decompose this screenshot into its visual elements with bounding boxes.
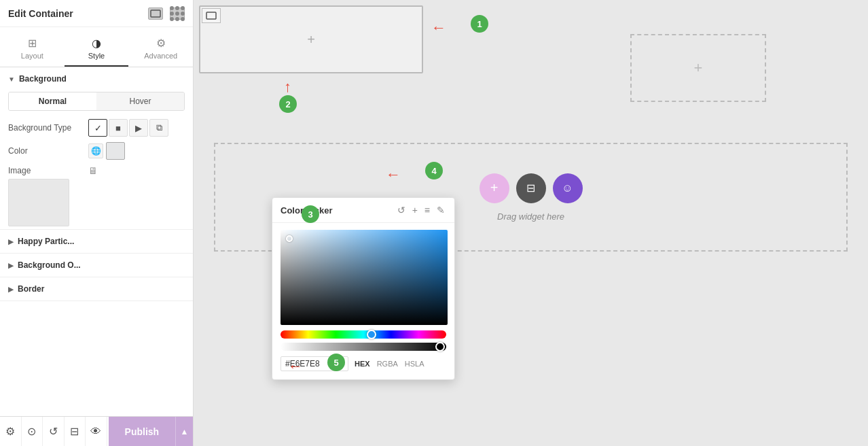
format-tabs: HEX RGBA HSLA bbox=[352, 358, 427, 369]
right-plus-area: + bbox=[630, 34, 766, 102]
hue-handle bbox=[367, 330, 376, 339]
top-container-area: + bbox=[199, 5, 423, 87]
sidebar-title: Edit Container bbox=[8, 8, 73, 19]
color-row: Color 🌐 bbox=[0, 139, 193, 162]
format-hex[interactable]: HEX bbox=[352, 358, 372, 369]
hue-slider-wrap bbox=[281, 330, 446, 339]
step-2-badge: 2 bbox=[279, 95, 297, 113]
bg-overlay-label: Background O... bbox=[18, 260, 81, 270]
background-section-header[interactable]: ▼ Background bbox=[0, 67, 193, 89]
happy-particles-label: Happy Partic... bbox=[18, 237, 74, 246]
step-5-badge: 5 bbox=[327, 354, 345, 371]
step-1-badge: 1 bbox=[471, 15, 488, 33]
publish-arrow-button[interactable]: ▲ bbox=[175, 417, 193, 447]
image-row: Image 🖥 bbox=[0, 162, 193, 229]
image-preview bbox=[8, 179, 69, 226]
type-btn-video[interactable]: ▶ bbox=[129, 119, 148, 137]
happy-particles-arrow: ▶ bbox=[8, 238, 14, 245]
widget-add-icon[interactable]: + bbox=[480, 173, 509, 203]
bg-overlay-arrow: ▶ bbox=[8, 262, 14, 269]
type-btn-color[interactable]: ■ bbox=[109, 119, 128, 137]
picker-eye-btn[interactable]: ✎ bbox=[435, 203, 446, 217]
color-input-group: 🌐 bbox=[88, 142, 125, 160]
sidebar: Edit Container ⊞ bbox=[0, 0, 194, 446]
picker-list-btn[interactable]: ≡ bbox=[423, 203, 431, 217]
svg-rect-1 bbox=[206, 12, 216, 19]
step-3-badge: 3 bbox=[302, 205, 319, 223]
section-arrow-icon: ▼ bbox=[8, 75, 15, 83]
background-overlay-section[interactable]: ▶ Background O... bbox=[0, 254, 193, 277]
color-gradient[interactable] bbox=[281, 230, 448, 325]
picker-add-btn[interactable]: + bbox=[411, 203, 419, 217]
container-edit-handle[interactable] bbox=[202, 8, 221, 23]
alpha-handle bbox=[435, 342, 445, 351]
type-btn-slide[interactable]: ⧉ bbox=[149, 119, 168, 137]
right-plus-icon[interactable]: + bbox=[694, 59, 703, 77]
arrow-1: ← bbox=[431, 19, 446, 37]
background-type-row: Background Type ✓ ■ ▶ ⧉ bbox=[0, 116, 193, 139]
tab-advanced-label: Advanced bbox=[144, 52, 177, 60]
format-hsla[interactable]: HSLA bbox=[403, 358, 427, 369]
alpha-slider-wrap bbox=[281, 343, 446, 351]
background-section: ▼ Background Normal Hover Background Typ… bbox=[0, 67, 193, 230]
svg-rect-0 bbox=[151, 10, 160, 17]
background-section-label: Background bbox=[19, 74, 67, 84]
format-rgba[interactable]: RGBA bbox=[375, 358, 400, 369]
arrow-2: ↑ bbox=[284, 78, 291, 96]
type-btn-none[interactable]: ✓ bbox=[88, 119, 107, 137]
right-container-box: + bbox=[630, 34, 766, 102]
state-tab-hover[interactable]: Hover bbox=[96, 92, 184, 110]
history-icon-btn[interactable]: ↺ bbox=[43, 417, 65, 447]
hue-slider[interactable] bbox=[281, 330, 446, 339]
arrow-5: ← bbox=[288, 358, 303, 375]
state-tabs: Normal Hover bbox=[8, 92, 185, 111]
picker-reset-btn[interactable]: ↺ bbox=[396, 203, 407, 217]
picker-actions: ↺ + ≡ ✎ bbox=[396, 203, 446, 217]
sidebar-content: ▼ Background Normal Hover Background Typ… bbox=[0, 67, 193, 416]
alpha-slider[interactable] bbox=[281, 343, 446, 351]
advanced-icon: ⚙ bbox=[156, 37, 166, 50]
container-box: + bbox=[199, 5, 423, 73]
tab-layout-label: Layout bbox=[21, 52, 43, 60]
happy-particles-section[interactable]: ▶ Happy Partic... bbox=[0, 230, 193, 254]
border-arrow: ▶ bbox=[8, 286, 14, 293]
image-monitor-icon: 🖥 bbox=[88, 165, 98, 176]
main-layout: Edit Container ⊞ bbox=[0, 0, 868, 446]
color-picker-popup: Color Picker ↺ + ≡ ✎ bbox=[272, 197, 455, 380]
tab-layout[interactable]: ⊞ Layout bbox=[0, 31, 65, 67]
sidebar-tabs: ⊞ Layout ◑ Style ⚙ Advanced bbox=[0, 27, 193, 67]
color-label: Color bbox=[8, 146, 83, 156]
container-icon[interactable] bbox=[148, 7, 163, 20]
grid-icon[interactable] bbox=[170, 7, 185, 20]
tab-style[interactable]: ◑ Style bbox=[65, 31, 129, 67]
canvas-area: 1 ← 2 ↑ 3 4 ← 5 ← + bbox=[194, 0, 868, 446]
settings-icon-btn[interactable]: ⚙ bbox=[0, 417, 22, 447]
template-icon-btn[interactable]: ⊟ bbox=[65, 417, 86, 447]
preview-icon-btn[interactable]: 👁 bbox=[86, 417, 107, 447]
layers-icon-btn[interactable]: ⊙ bbox=[22, 417, 43, 447]
gradient-handle[interactable] bbox=[286, 235, 293, 242]
tab-style-label: Style bbox=[88, 52, 105, 60]
widget-smiley-icon[interactable]: ☺ bbox=[553, 173, 583, 203]
style-icon: ◑ bbox=[92, 37, 101, 50]
border-section[interactable]: ▶ Border bbox=[0, 277, 193, 301]
bg-type-label: Background Type bbox=[8, 123, 83, 133]
drag-widget-text: Drag widget here bbox=[497, 211, 564, 222]
sidebar-header-icons bbox=[148, 7, 185, 20]
widget-icons-row: + ⊟ ☺ bbox=[480, 173, 583, 203]
type-buttons: ✓ ■ ▶ ⧉ bbox=[88, 119, 168, 137]
bottom-toolbar: ⚙ ⊙ ↺ ⊟ 👁 Publish ▲ bbox=[0, 416, 193, 446]
sidebar-header: Edit Container bbox=[0, 0, 193, 27]
color-swatch[interactable] bbox=[106, 142, 125, 160]
step-4-badge: 4 bbox=[425, 162, 443, 179]
hex-row: HEX RGBA HSLA bbox=[281, 356, 446, 371]
publish-button[interactable]: Publish bbox=[109, 417, 176, 447]
picker-header: Color Picker ↺ + ≡ ✎ bbox=[272, 198, 454, 223]
tab-advanced[interactable]: ⚙ Advanced bbox=[128, 31, 193, 67]
arrow-4: ← bbox=[386, 166, 401, 184]
container-add-btn[interactable]: + bbox=[307, 32, 315, 48]
border-label: Border bbox=[18, 284, 44, 294]
globe-icon[interactable]: 🌐 bbox=[88, 143, 103, 158]
state-tab-normal[interactable]: Normal bbox=[9, 92, 96, 110]
widget-folder-icon[interactable]: ⊟ bbox=[516, 173, 546, 203]
